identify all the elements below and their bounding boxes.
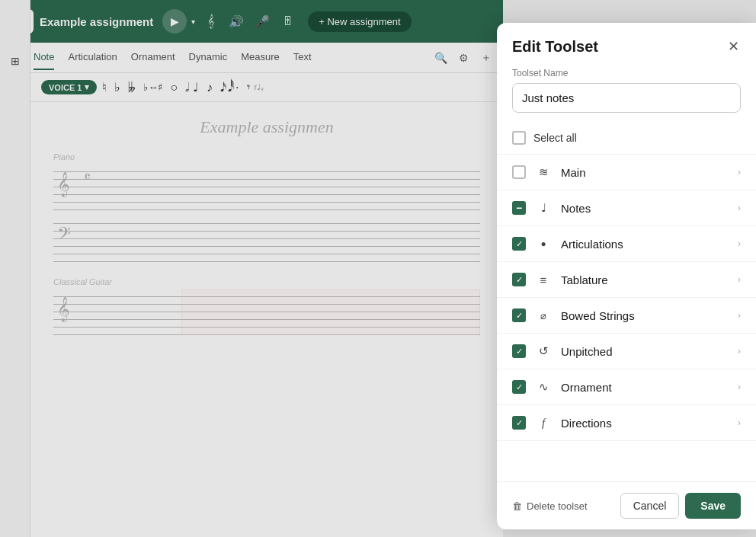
edit-toolset-modal: Edit Toolset ✕ Toolset Name Select all ≋… <box>497 23 756 529</box>
ornament-label: Ornament <box>561 381 729 394</box>
main-chevron-icon: › <box>738 167 741 177</box>
delete-toolset-button[interactable]: 🗑 Delete toolset <box>512 500 588 512</box>
list-item-unpitched[interactable]: ✓ ↺ Unpitched › <box>497 334 756 369</box>
directions-chevron-icon: › <box>738 417 741 428</box>
main-checkbox[interactable] <box>512 165 526 179</box>
notes-label: Notes <box>561 202 729 215</box>
modal-footer: 🗑 Delete toolset Cancel Save <box>497 481 756 529</box>
main-icon: ≋ <box>535 164 552 181</box>
modal-title: Edit Toolset <box>512 38 598 56</box>
bowed-strings-icon: ⌀ <box>535 307 552 324</box>
items-list: ≋ Main › − ♩ Notes › ✓ ● Articulations ›… <box>497 154 756 481</box>
directions-checkbox[interactable]: ✓ <box>512 416 526 430</box>
list-item-tablature[interactable]: ✓ ≡ Tablature › <box>497 262 756 298</box>
articulations-chevron-icon: › <box>738 238 741 249</box>
save-button[interactable]: Save <box>685 493 741 519</box>
select-all-label: Select all <box>533 132 577 144</box>
tablature-checkbox[interactable]: ✓ <box>512 273 526 286</box>
notes-chevron-icon: › <box>738 203 741 213</box>
list-item-bowed-strings[interactable]: ✓ ⌀ Bowed Strings › <box>497 298 756 334</box>
ornament-chevron-icon: › <box>738 382 741 392</box>
toolset-name-label: Toolset Name <box>512 68 741 78</box>
list-item-articulations[interactable]: ✓ ● Articulations › <box>497 226 756 262</box>
cancel-button[interactable]: Cancel <box>620 493 680 519</box>
tablature-chevron-icon: › <box>738 274 741 285</box>
toolset-name-input[interactable] <box>512 83 741 113</box>
toolset-name-section: Toolset Name <box>497 68 756 125</box>
footer-actions: Cancel Save <box>620 493 741 519</box>
delete-toolset-label: Delete toolset <box>527 500 588 512</box>
bowed-strings-checkbox[interactable]: ✓ <box>512 308 526 322</box>
articulations-label: Articulations <box>561 238 729 251</box>
articulations-checkbox[interactable]: ✓ <box>512 237 526 251</box>
unpitched-checkbox[interactable]: ✓ <box>512 344 526 358</box>
bowed-strings-chevron-icon: › <box>738 310 741 321</box>
notes-checkbox[interactable]: − <box>512 201 526 215</box>
list-item-notes[interactable]: − ♩ Notes › <box>497 190 756 226</box>
bowed-strings-label: Bowed Strings <box>561 309 729 322</box>
list-item-directions[interactable]: ✓ f Directions › <box>497 405 756 441</box>
tablature-icon: ≡ <box>535 271 552 288</box>
directions-label: Directions <box>561 417 729 430</box>
select-all-row: Select all <box>497 125 756 154</box>
notes-icon: ♩ <box>535 200 552 216</box>
main-label: Main <box>561 166 729 179</box>
ornament-checkbox[interactable]: ✓ <box>512 380 526 394</box>
modal-close-button[interactable]: ✕ <box>726 38 741 55</box>
directions-icon: f <box>535 414 552 431</box>
ornament-icon: ∿ <box>535 379 552 395</box>
modal-header: Edit Toolset ✕ <box>497 23 756 68</box>
list-item-main[interactable]: ≋ Main › <box>497 155 756 190</box>
unpitched-chevron-icon: › <box>738 346 741 356</box>
unpitched-label: Unpitched <box>561 345 729 358</box>
list-item-ornament[interactable]: ✓ ∿ Ornament › <box>497 369 756 405</box>
delete-icon: 🗑 <box>512 500 522 512</box>
articulations-icon: ● <box>535 235 552 252</box>
tablature-label: Tablature <box>561 273 729 286</box>
unpitched-icon: ↺ <box>535 343 552 360</box>
select-all-checkbox[interactable] <box>512 131 526 145</box>
